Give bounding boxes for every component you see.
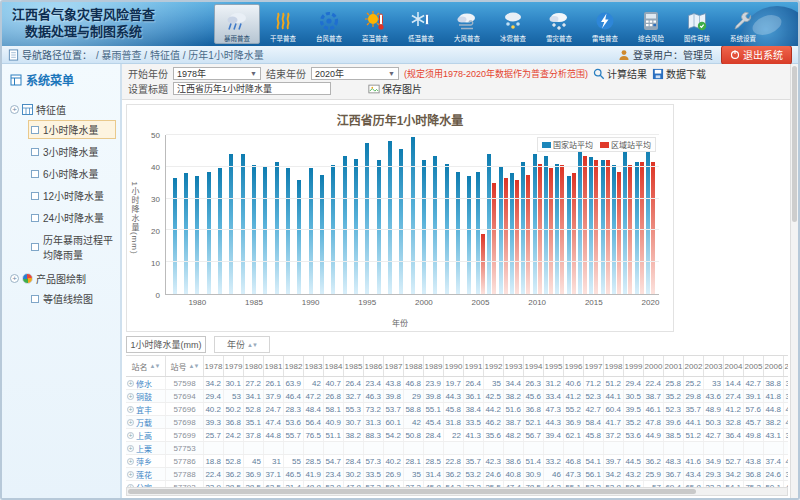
calculate-button[interactable]: 计算结果	[593, 66, 647, 81]
bar-national	[521, 162, 525, 294]
nav-item-snow-cloud[interactable]: 雪灾普查	[536, 4, 582, 44]
checkbox-icon[interactable]	[31, 170, 39, 178]
year-col-header[interactable]: 1984	[324, 356, 344, 376]
year-col-header[interactable]: 2003	[704, 356, 724, 376]
end-year-select[interactable]: 2020年▼	[311, 67, 399, 80]
year-col-header[interactable]: 1999	[624, 356, 644, 376]
value-cell: 62.1	[564, 429, 584, 441]
tree-item[interactable]: 1小时降水量	[28, 120, 116, 139]
checkbox-icon[interactable]	[31, 192, 39, 200]
expand-icon[interactable]	[10, 274, 19, 283]
station-name-cell[interactable]: 铜鼓	[126, 390, 166, 402]
nav-item-map-check[interactable]: 图件审核	[674, 4, 720, 44]
checkbox-icon[interactable]	[31, 126, 39, 134]
year-col-header[interactable]: 1993	[504, 356, 524, 376]
expand-icon[interactable]	[127, 432, 134, 439]
year-col-header[interactable]: 1994	[524, 356, 544, 376]
year-col-header[interactable]: 1988	[404, 356, 424, 376]
nav-item-typhoon[interactable]: 台风普查	[306, 4, 352, 44]
nav-item-lightning[interactable]: 雷电普查	[582, 4, 628, 44]
year-col-header[interactable]: 1992	[484, 356, 504, 376]
year-col-header[interactable]: 2005	[744, 356, 764, 376]
logout-button[interactable]: 退出系统	[721, 45, 792, 65]
year-col-header[interactable]: 1983	[304, 356, 324, 376]
tree-item[interactable]: 3小时降水量	[28, 142, 116, 161]
tree-item[interactable]: 24小时降水量	[28, 208, 116, 227]
year-col-header[interactable]: 2002	[684, 356, 704, 376]
tree-item[interactable]: 等值线绘图	[28, 289, 116, 308]
nav-item-wrench[interactable]: 系统设置	[720, 4, 766, 44]
nav-item-calculator[interactable]: 综合风险	[628, 4, 674, 44]
expand-icon[interactable]	[10, 105, 19, 114]
expand-icon[interactable]	[127, 445, 134, 452]
year-col-header[interactable]: 1979	[224, 356, 244, 376]
year-col-header[interactable]: 2000	[644, 356, 664, 376]
checkbox-icon[interactable]	[31, 214, 39, 222]
year-col-header[interactable]: 2006	[764, 356, 784, 376]
legend-item[interactable]: 国家站平均	[542, 139, 593, 150]
nav-item-hail[interactable]: 冰雹普查	[490, 4, 536, 44]
bar-national	[263, 167, 267, 294]
year-col-header[interactable]: 1997	[584, 356, 604, 376]
year-col-header[interactable]: 1995	[544, 356, 564, 376]
nav-item-cold-thermo[interactable]: 低温普查	[398, 4, 444, 44]
year-col-header[interactable]: 1990	[444, 356, 464, 376]
tree-group-1[interactable]: 产品图绘制	[10, 271, 116, 286]
year-col-header[interactable]: 2004	[724, 356, 744, 376]
station-name-cell[interactable]: 上高	[126, 429, 166, 441]
year-col-header[interactable]: 1986	[364, 356, 384, 376]
legend-item[interactable]: 区域站平均	[600, 139, 651, 150]
download-button[interactable]: 数据下载	[652, 66, 706, 81]
year-col-header[interactable]: 1982	[284, 356, 304, 376]
chart-title-input[interactable]	[173, 82, 331, 95]
expand-icon[interactable]	[127, 406, 134, 413]
nav-item-rain-cloud[interactable]: 暴雨普查	[214, 4, 260, 44]
nav-item-heat[interactable]: 干旱普查	[260, 4, 306, 44]
tree-item[interactable]: 历年暴雨过程平均降雨量	[28, 230, 116, 264]
station-name-cell[interactable]: 萍乡	[126, 455, 166, 467]
scrollbar-thumb[interactable]	[128, 489, 696, 494]
expand-icon[interactable]	[127, 458, 134, 465]
station-id-col-header[interactable]: 站号▲▼	[166, 356, 204, 376]
station-name-cell[interactable]: 莲花	[126, 468, 166, 480]
scrollbar-thumb[interactable]	[792, 66, 797, 222]
nav-item-wind-cloud[interactable]: 大风普查	[444, 4, 490, 44]
value-cell: 33.5	[464, 416, 484, 428]
year-col-header[interactable]: 1978	[204, 356, 224, 376]
tree-item[interactable]: 6小时降水量	[28, 164, 116, 183]
station-name-cell[interactable]: 修水	[126, 377, 166, 389]
year-col-header[interactable]: 2001	[664, 356, 684, 376]
year-col-header[interactable]: 1980	[244, 356, 264, 376]
expand-icon[interactable]	[127, 393, 134, 400]
checkbox-icon[interactable]	[31, 295, 39, 303]
table-horizontal-scrollbar[interactable]	[126, 487, 788, 496]
nav-item-sun-thermo[interactable]: 高温普查	[352, 4, 398, 44]
value-cell	[284, 442, 304, 454]
station-name-cell[interactable]: 上栗	[126, 442, 166, 454]
chart-legend[interactable]: 国家站平均区域站平均	[537, 137, 656, 152]
tree-group-0[interactable]: 特征值	[10, 102, 116, 117]
value-cell: 14.4	[724, 377, 744, 389]
year-col-header[interactable]: 1985	[344, 356, 364, 376]
station-name-cell[interactable]: 万载	[126, 416, 166, 428]
year-sort-header[interactable]: 年份 ▲▼	[214, 336, 270, 353]
year-col-header[interactable]: 2007	[784, 356, 788, 376]
checkbox-icon[interactable]	[31, 148, 39, 156]
search-icon	[593, 68, 605, 80]
year-col-header[interactable]: 1981	[264, 356, 284, 376]
expand-icon[interactable]	[127, 380, 134, 387]
year-col-header[interactable]: 1991	[464, 356, 484, 376]
expand-icon[interactable]	[127, 419, 134, 426]
year-col-header[interactable]: 1998	[604, 356, 624, 376]
content-vertical-scrollbar[interactable]	[790, 64, 798, 498]
year-col-header[interactable]: 1996	[564, 356, 584, 376]
year-col-header[interactable]: 1987	[384, 356, 404, 376]
save-image-button[interactable]: 保存图片	[368, 81, 422, 96]
station-col-header[interactable]: 站名▲▼	[126, 356, 166, 376]
checkbox-icon[interactable]	[31, 243, 39, 251]
tree-item[interactable]: 12小时降水量	[28, 186, 116, 205]
station-name-cell[interactable]: 宜丰	[126, 403, 166, 415]
start-year-select[interactable]: 1978年▼	[173, 67, 261, 80]
year-col-header[interactable]: 1989	[424, 356, 444, 376]
expand-icon[interactable]	[127, 471, 134, 478]
